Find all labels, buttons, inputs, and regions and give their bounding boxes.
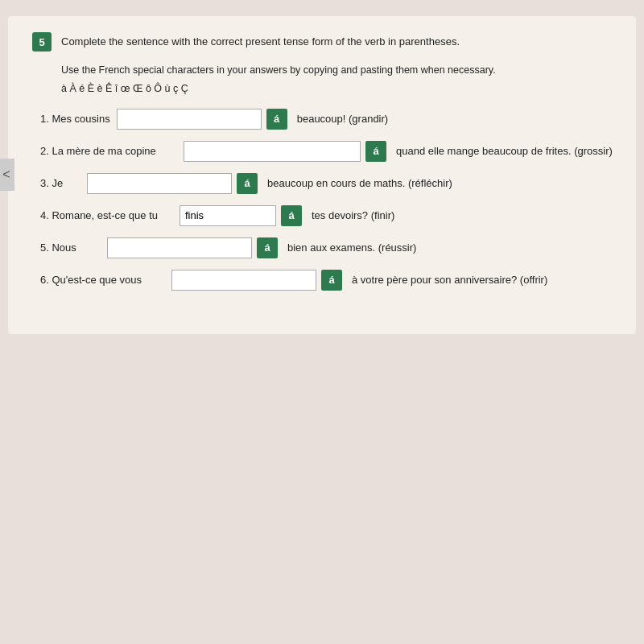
question-header: 5 Complete the sentence with the correct… — [32, 32, 612, 52]
instructions-text: Use the French special characters in you… — [61, 63, 612, 78]
answer-input-6[interactable] — [171, 270, 316, 291]
row-label-5: 5. Nous — [40, 242, 101, 254]
exercise-rows: 1. Mes cousins á beaucoup! (grandir) 2. … — [40, 109, 612, 291]
answer-input-4[interactable] — [180, 205, 276, 226]
exercise-row: 4. Romane, est-ce que tu á tes devoirs? … — [40, 205, 612, 226]
answer-input-1[interactable] — [117, 109, 262, 130]
answer-input-5[interactable] — [107, 237, 252, 258]
row-suffix-5: bien aux examens. (réussir) — [287, 242, 416, 254]
accent-button-1[interactable]: á — [266, 109, 287, 130]
row-label-3: 3. Je — [40, 177, 80, 189]
row-label-4: 4. Romane, est-ce que tu — [40, 209, 173, 221]
question-number: 5 — [32, 32, 52, 52]
accent-button-2[interactable]: á — [365, 141, 386, 162]
row-suffix-1: beaucoup! (grandir) — [297, 113, 388, 125]
row-label-2: 2. La mère de ma copine — [40, 145, 177, 157]
row-label-6: 6. Qu'est-ce que vous — [40, 274, 165, 286]
row-suffix-2: quand elle mange beaucoup de frites. (gr… — [396, 145, 613, 157]
row-suffix-4: tes devoirs? (finir) — [312, 209, 394, 221]
special-chars-display: à À é È è Ê î œ Œ ô Ô ù ç Ç — [61, 83, 612, 94]
row-suffix-6: à votre père pour son anniversaire? (off… — [352, 274, 547, 286]
accent-button-4[interactable]: á — [281, 205, 302, 226]
row-suffix-3: beaucoup en cours de maths. (réfléchir) — [267, 177, 452, 189]
exercise-row: 5. Nous á bien aux examens. (réussir) — [40, 237, 612, 258]
exercise-row: 3. Je á beaucoup en cours de maths. (réf… — [40, 173, 612, 194]
exercise-row: 6. Qu'est-ce que vous á à votre père pou… — [40, 270, 612, 291]
answer-input-3[interactable] — [87, 173, 232, 194]
nav-back-arrow[interactable]: < — [0, 159, 14, 191]
exercise-row: 2. La mère de ma copine á quand elle man… — [40, 141, 612, 162]
exercise-row: 1. Mes cousins á beaucoup! (grandir) — [40, 109, 612, 130]
accent-button-6[interactable]: á — [321, 270, 342, 291]
row-label-1: 1. Mes cousins — [40, 113, 110, 125]
accent-button-5[interactable]: á — [257, 237, 278, 258]
accent-button-3[interactable]: á — [237, 173, 258, 194]
question-title: Complete the sentence with the correct p… — [61, 32, 460, 49]
exercise-container: < 5 Complete the sentence with the corre… — [8, 16, 636, 334]
answer-input-2[interactable] — [184, 141, 361, 162]
